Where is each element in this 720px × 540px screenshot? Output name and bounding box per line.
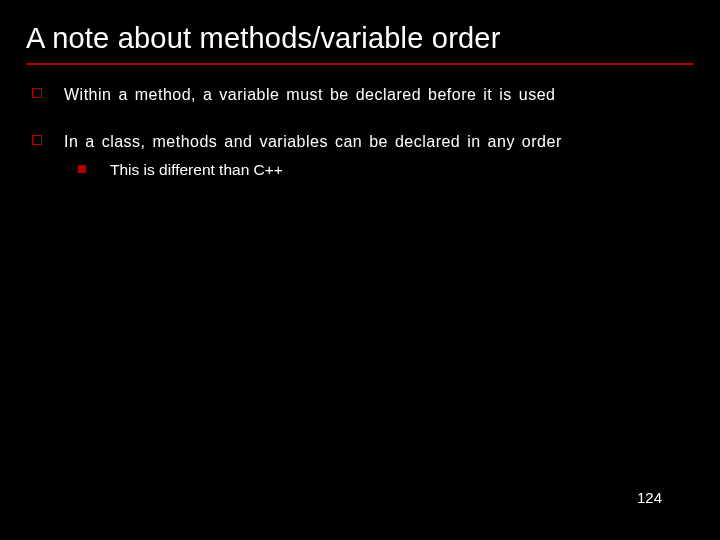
bullet-text: Within a method, a variable must be decl…	[64, 83, 555, 106]
bullet-filled-square-icon	[78, 165, 86, 173]
page-number: 124	[637, 489, 662, 506]
bullet-text: In a class, methods and variables can be…	[64, 130, 690, 153]
slide: A note about methods/variable order With…	[0, 0, 720, 540]
bullet-item: In a class, methods and variables can be…	[30, 130, 690, 182]
title-underline	[26, 63, 694, 65]
bullet-item: Within a method, a variable must be decl…	[30, 83, 690, 106]
slide-content: Within a method, a variable must be decl…	[26, 83, 694, 182]
sub-bullet-text: This is different than C++	[110, 159, 283, 181]
bullet-hollow-square-icon	[32, 135, 42, 145]
sub-bullet-item: This is different than C++	[78, 159, 690, 181]
slide-title: A note about methods/variable order	[26, 22, 694, 61]
bullet-hollow-square-icon	[32, 88, 42, 98]
